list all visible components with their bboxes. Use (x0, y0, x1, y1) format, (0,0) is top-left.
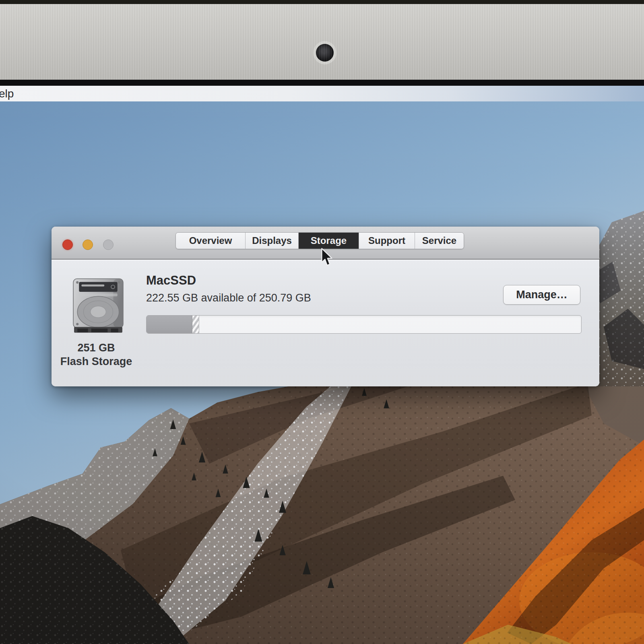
tab-overview[interactable]: Overview (176, 233, 245, 249)
availability-text: 222.55 GB available of 250.79 GB (146, 292, 311, 304)
traffic-lights (62, 239, 122, 250)
webcam-dot (316, 44, 334, 62)
close-button[interactable] (62, 239, 73, 250)
storage-panel: 251 GB Flash Storage MacSSD 222.55 GB av… (52, 260, 599, 386)
tab-displays[interactable]: Displays (245, 233, 298, 249)
zoom-button[interactable] (103, 239, 114, 250)
mouse-cursor-icon (320, 248, 334, 267)
tab-support[interactable]: Support (359, 233, 415, 249)
volume-name: MacSSD (146, 273, 196, 288)
disk-capacity-label: 251 GB (58, 342, 134, 354)
storage-bar-purgeable (192, 316, 199, 333)
storage-usage-bar (146, 315, 582, 334)
manage-button[interactable]: Manage… (503, 285, 580, 305)
screen-black-border (0, 80, 644, 86)
menu-bar: elp (0, 86, 644, 102)
tab-storage[interactable]: Storage (298, 233, 359, 249)
storage-bar-used (147, 316, 192, 333)
tab-bar: Overview Displays Storage Support Servic… (175, 232, 464, 249)
laptop-lid-edge (0, 0, 644, 4)
minimize-button[interactable] (83, 239, 93, 250)
laptop-bezel (0, 4, 644, 80)
tab-service[interactable]: Service (415, 233, 464, 249)
hard-drive-icon (72, 278, 125, 333)
disk-type-label: Flash Storage (58, 355, 134, 368)
photo-frame: elp (0, 0, 644, 644)
menu-item-help-partial[interactable]: elp (0, 87, 14, 100)
